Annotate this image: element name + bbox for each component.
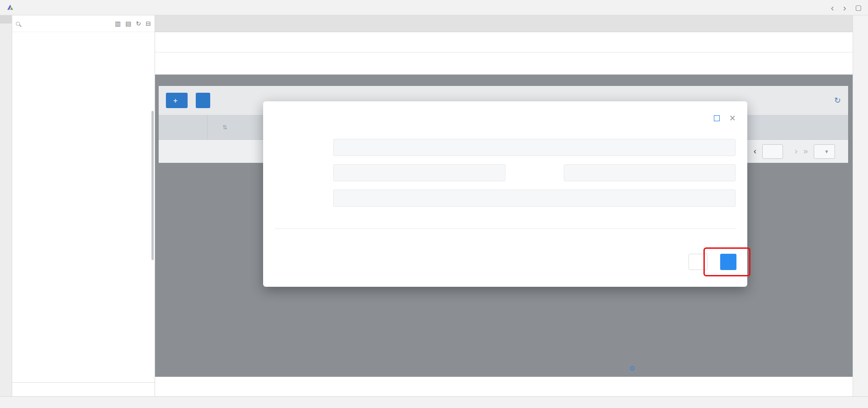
view-header (155, 32, 853, 52)
refresh-tree-icon[interactable] (136, 20, 142, 27)
eye-icon (629, 364, 635, 372)
nav-forward-icon[interactable]: › (843, 3, 846, 12)
sidebar-scrollbar[interactable] (151, 111, 154, 260)
restore-window-icon[interactable]: ▢ (855, 4, 862, 12)
modal-header: × (263, 101, 747, 123)
modal-footer (263, 254, 747, 287)
window-controls: ‹ › ▢ (831, 3, 862, 12)
page-last-icon[interactable]: » (803, 147, 808, 156)
page-current-input[interactable] (762, 144, 783, 159)
rail-tab-resources[interactable] (0, 15, 12, 24)
statusbar (0, 396, 868, 408)
resource-tree (12, 32, 155, 382)
age-input[interactable] (333, 164, 505, 181)
nav-back-icon[interactable]: ‹ (831, 3, 834, 12)
column-header-index (159, 115, 208, 139)
page-next-icon[interactable]: › (795, 147, 797, 156)
editor-tabbar (155, 15, 853, 32)
app-logo-icon (6, 4, 14, 11)
search-input[interactable] (23, 20, 111, 27)
gender-input[interactable] (564, 164, 736, 181)
left-rail (0, 15, 12, 396)
expand-icon[interactable] (714, 115, 720, 121)
table-refresh-icon[interactable] (834, 95, 841, 105)
modal-divider (275, 228, 736, 229)
search-box (16, 20, 111, 27)
export-button[interactable] (196, 93, 210, 108)
add-button[interactable]: + (166, 93, 188, 108)
approver-input[interactable] (333, 190, 736, 207)
page-size-select[interactable]: ▼ (814, 144, 835, 159)
right-rail (853, 15, 868, 396)
titlebar: ‹ › ▢ (0, 0, 868, 15)
device-bar (155, 52, 853, 75)
modal-body (263, 123, 747, 229)
annotation-highlight (703, 247, 750, 276)
sidebar-bottom-tabs (12, 382, 155, 396)
bottom-strip (155, 377, 853, 396)
page-prev-icon[interactable]: ‹ (754, 147, 756, 156)
search-icon (16, 22, 20, 26)
sidebar-toolbar (115, 20, 151, 27)
locate-file-icon[interactable] (115, 20, 121, 27)
view-api-link[interactable] (629, 364, 638, 372)
name-input[interactable] (333, 139, 736, 156)
sidebar-search-row (12, 15, 155, 32)
chevron-down-icon: ▼ (824, 149, 829, 154)
resource-sidebar (12, 15, 155, 396)
field-approver (275, 190, 736, 207)
primeton-ide-app: ‹ › ▢ (0, 0, 868, 408)
collapse-folder-icon[interactable] (125, 20, 131, 27)
field-name (275, 139, 736, 156)
plus-icon: + (173, 97, 178, 104)
field-age (275, 164, 505, 181)
sort-icon[interactable]: ⇅ (222, 124, 227, 131)
collapse-all-icon[interactable] (146, 20, 151, 27)
view-record-modal: × (263, 101, 747, 287)
close-icon[interactable]: × (730, 113, 736, 123)
field-gender (505, 164, 736, 181)
